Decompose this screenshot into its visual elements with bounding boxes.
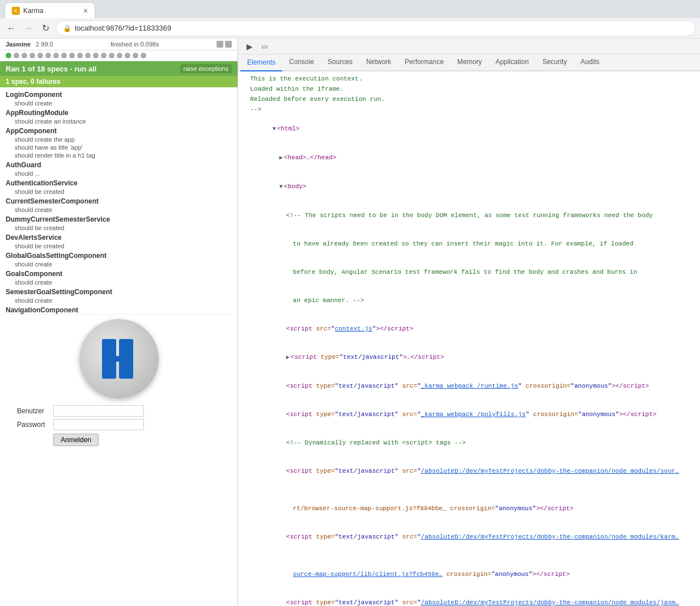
suite-name: GlobalGoalsSettingComponent: [6, 251, 232, 260]
maximize-icon[interactable]: [225, 41, 232, 48]
test-suite-devalerts: DevAlertsService should be created: [0, 232, 237, 251]
karma-logo-icon: [96, 336, 142, 382]
html-line[interactable]: ▶<script type="text/javascript">…</scrip…: [238, 343, 700, 372]
lock-icon: 🔒: [63, 24, 71, 32]
test-suite-globalgoals: GlobalGoalsSettingComponent should creat…: [0, 251, 237, 269]
html-line[interactable]: <script type="text/javascript" src="/abs…: [238, 588, 700, 606]
browser-toolbar: ← → ↻ 🔒 localhost:9876/?id=11833369: [0, 18, 700, 39]
dot-12: [93, 53, 99, 58]
main-content: Jasmine 2.99.0 finished in 0.098s: [0, 39, 700, 606]
karma-version: 2.99.0: [36, 41, 53, 48]
tab-memory[interactable]: Memory: [451, 53, 489, 70]
tab-elements[interactable]: Elements: [240, 54, 282, 71]
tab-security[interactable]: Security: [536, 53, 574, 70]
html-line: before body, Angular Scenario test frame…: [238, 258, 700, 286]
test-suite-approuting: AppRoutingModule should create an instan…: [0, 108, 237, 126]
password-row: Passwort: [17, 419, 220, 430]
tab-network[interactable]: Network: [359, 53, 398, 70]
html-line[interactable]: <script type="text/javascript" src="_kar…: [238, 400, 700, 429]
tab-sources[interactable]: Sources: [321, 53, 359, 70]
test-suite-authservice: AuthenticationService should be created: [0, 178, 237, 196]
dot-14: [109, 53, 114, 58]
html-line[interactable]: ▼<html>: [238, 115, 700, 143]
test-case[interactable]: should be created: [6, 188, 232, 196]
test-case[interactable]: should create: [6, 99, 232, 107]
html-line[interactable]: <script src="context.js"></script>: [238, 315, 700, 343]
minimize-icon[interactable]: [217, 41, 223, 48]
test-suite-currentsemester: CurrentSemesterComponent should create: [0, 196, 237, 214]
device-toolbar-button[interactable]: ▭: [257, 40, 271, 53]
html-line[interactable]: ▼<body>: [238, 172, 700, 201]
tab-close-icon[interactable]: ×: [83, 6, 88, 15]
raise-exceptions-button[interactable]: raise exceptions: [180, 64, 232, 73]
dot-4: [29, 53, 35, 58]
test-suite-login: LoginComponent should create: [0, 90, 237, 108]
test-case[interactable]: should create the app: [6, 135, 232, 143]
back-button[interactable]: ←: [5, 22, 18, 35]
devtools-panel: ▶ ▭ Elements Console Sources Network Per…: [238, 39, 700, 606]
karma-logo-circle: [79, 319, 159, 399]
test-suite-appcomponent: AppComponent should create the app shoul…: [0, 126, 237, 160]
test-suite-navigation: NavigationComponent should create: [0, 305, 237, 314]
html-line[interactable]: rt/browser-source-map-support.js?f894bbe…: [238, 494, 700, 523]
devtools-toolbar: ▶ ▭: [238, 39, 700, 54]
html-line: <!-- Dynamically replaced with <script> …: [238, 429, 700, 457]
test-case[interactable]: should ...: [6, 169, 232, 177]
dot-16: [125, 53, 130, 58]
address-bar[interactable]: 🔒 localhost:9876/?id=11833369: [56, 20, 695, 36]
html-line[interactable]: <script type="text/javascript" src="/abs…: [238, 457, 700, 494]
url-text: localhost:9876/?id=11833369: [75, 24, 171, 32]
suite-name: AppComponent: [6, 126, 232, 135]
tab-performance[interactable]: Performance: [398, 53, 451, 70]
jasmine-label: Jasmine 2.99.0: [6, 41, 53, 48]
devtools-content[interactable]: This is the execution context. Loaded wi…: [238, 71, 700, 606]
test-case[interactable]: should create: [6, 206, 232, 214]
tab-application[interactable]: Application: [489, 53, 536, 70]
karma-success-bar: 1 spec, 0 failures: [0, 76, 237, 87]
dot-5: [37, 53, 43, 58]
browser-tab[interactable]: K Karma ×: [5, 2, 95, 18]
test-case[interactable]: should render title in a h1 tag: [6, 151, 232, 159]
username-row: Benutzer: [17, 405, 220, 417]
svg-rect-2: [102, 356, 133, 362]
suite-name: DummyCurrentSemesterService: [6, 215, 232, 224]
suite-name: LoginComponent: [6, 90, 232, 99]
test-case[interactable]: should create: [6, 278, 232, 286]
submit-button[interactable]: Anmelden: [53, 434, 99, 446]
test-case[interactable]: should create an instance: [6, 117, 232, 125]
html-line[interactable]: ▶<head>…</head>: [238, 143, 700, 172]
karma-status: finished in 0.098s: [111, 41, 159, 48]
tab-console[interactable]: Console: [282, 53, 321, 70]
dot-6: [45, 53, 51, 58]
tab-audits[interactable]: Audits: [574, 53, 606, 70]
forward-button[interactable]: →: [22, 22, 35, 35]
karma-summary-bar: Ran 1 of 18 specs - run all raise except…: [0, 61, 237, 76]
test-case[interactable]: should be created: [6, 242, 232, 250]
suite-name: CurrentSemesterComponent: [6, 197, 232, 206]
html-line[interactable]: <script type="text/javascript" src="/abs…: [238, 523, 700, 560]
devtools-tabs: Elements Console Sources Network Perform…: [238, 54, 700, 71]
username-input[interactable]: [53, 405, 144, 417]
test-suite-authguard: AuthGuard should ...: [0, 160, 237, 178]
dot-11: [85, 53, 91, 58]
suite-name: AuthenticationService: [6, 179, 232, 188]
password-label: Passwort: [17, 421, 53, 429]
html-line[interactable]: <script type="text/javascript" src="_kar…: [238, 372, 700, 400]
karma-summary-text: Ran 1 of 18 specs - run all: [6, 65, 96, 73]
username-label: Benutzer: [17, 407, 53, 415]
html-line: an epic manner. -->: [238, 286, 700, 315]
dot-13: [101, 53, 107, 58]
test-case[interactable]: should create: [6, 260, 232, 268]
reload-button[interactable]: ↻: [39, 22, 52, 35]
inspect-element-button[interactable]: ▶: [243, 40, 256, 53]
submit-row: Anmelden: [17, 434, 220, 446]
test-case[interactable]: should be created: [6, 224, 232, 232]
karma-header: Jasmine 2.99.0 finished in 0.098s: [0, 39, 237, 50]
suite-name: AuthGuard: [6, 160, 232, 169]
html-line[interactable]: ource-map-support/lib/client.js?fcb459e……: [238, 560, 700, 588]
karma-panel: Jasmine 2.99.0 finished in 0.098s: [0, 39, 238, 606]
password-input[interactable]: [53, 419, 144, 430]
dot-3: [22, 53, 27, 58]
test-case[interactable]: should have as title 'app': [6, 143, 232, 151]
test-case[interactable]: should create: [6, 296, 232, 304]
